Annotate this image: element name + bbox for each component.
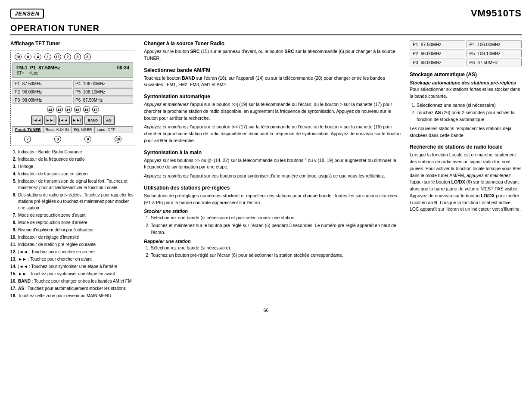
num-circle-12: 12 — [47, 106, 54, 113]
list-item-14: 14.|◄◄ : Touchez pour syntoniser une éta… — [10, 263, 135, 270]
left-column: Affichage TFT Tuner 18 6 4 1 11 2 5 3 FM… — [10, 40, 135, 300]
display-preset-p6[interactable]: P6 87.50MHz — [73, 97, 133, 104]
bottom-number-circles: 7 8 9 10 — [12, 135, 133, 143]
num-circle-3: 3 — [84, 53, 91, 60]
step-rappeler-1: Sélectionnez une bande (si nécessaire). — [151, 245, 401, 252]
para-stockage-note: Les nouvelles stations remplacent les st… — [410, 125, 522, 139]
subheading-stocker-station: Stocker une station — [144, 209, 401, 214]
para-syntonisation-auto-2: Appuyez et maintenez l'appui sur le bout… — [144, 124, 401, 144]
list-item-13: 13.►► : Touchez pour chercher en avant — [10, 256, 135, 262]
right-column: P1 87.50MHz P4 106.00MHz P2 96.00MHz P5 … — [410, 40, 522, 215]
right-preset-p6[interactable]: P6 87.50MHz — [467, 59, 522, 66]
right-preset-p5[interactable]: P5 108.10MHz — [467, 50, 522, 57]
num-circle-13: 13 — [56, 106, 63, 113]
display-preset-grid: P1 87.50MHz P4 106.00MHz P2 96.00MHz P5 … — [12, 80, 133, 104]
list-item-3: 3.Horloge — [10, 163, 135, 170]
para-changer-source: Appuyez sur le bouton SRC (15) sur le pa… — [144, 48, 401, 62]
list-item-12: 12.|◄◄ : Touchez pour chercher en arrièr… — [10, 249, 135, 255]
list-item-16: 16.BAND : Touchez pour changer entres le… — [10, 278, 135, 284]
num-circle-1: 1 — [44, 53, 51, 60]
btn-step-back[interactable]: |◄◄ — [58, 115, 70, 125]
btn-band[interactable]: BAND — [84, 115, 102, 125]
right-preset-p3[interactable]: P3 98.00MHz — [410, 59, 465, 66]
step-stocker-2: Touchez et maintenez sur le bouton pré-r… — [151, 222, 401, 236]
loc-indicator: ○Loc — [29, 71, 38, 75]
page-number: 66 — [10, 308, 522, 313]
num-circle-15: 15 — [74, 106, 81, 113]
list-item-6: 6.Des stations de radio pré-réglées. Tou… — [10, 192, 135, 211]
para-selectionnez-bande: Touchez le bouton BAND sur l'écran (16),… — [144, 75, 401, 89]
num-circle-6: 6 — [25, 53, 31, 60]
nav-front-tuner[interactable]: Front: TUNER — [13, 127, 44, 133]
page-title: OPERATION TUNER — [10, 23, 522, 35]
list-item-1: 1.Indicateur Bande Radio Courante — [10, 149, 135, 155]
list-item-9: 9.Niveau d'égaliseur défini par l'utilis… — [10, 227, 135, 233]
btn-ff-fwd[interactable]: ►►| — [44, 115, 56, 125]
display-preset-p4[interactable]: P4 106.00MHz — [73, 80, 133, 87]
para-recherche-locale: Lorsque la fonction Locale est en marche… — [410, 152, 522, 213]
band-indicator: FM-1 P1 87.50MHz — [16, 65, 60, 70]
step-stockage-1: Sélectionnez une bande (si nécessaire) — [417, 102, 522, 109]
btn-as[interactable]: AS — [103, 115, 115, 125]
heading-recherche-locale: Recherche de stations de radio locale — [410, 144, 522, 150]
list-item-8: 8.Mode de reproduction zone d'arrière — [10, 219, 135, 226]
left-section-title: Affichage TFT Tuner — [10, 40, 135, 47]
middle-column: Changer à la source Tuner Radio Appuyez … — [144, 40, 401, 261]
heading-syntonisation-auto: Syntonisation automatique — [144, 93, 401, 100]
display-preset-p1[interactable]: P1 87.50MHz — [12, 80, 72, 87]
list-item-11: 11.Indicateur de station pré-réglée cour… — [10, 241, 135, 248]
nav-eq-user[interactable]: EQ: USER — [72, 127, 95, 133]
top-number-circles: 18 6 4 1 11 2 5 3 — [12, 53, 133, 61]
list-item-4: 4.Indicateur de transmission en stéréo — [10, 171, 135, 177]
num-circle-2: 2 — [64, 53, 71, 60]
step-stocker-1: Sélectionnez une bande (si nécessaire) e… — [151, 215, 401, 221]
heading-syntonisation-main: Syntonisation à la main — [144, 149, 401, 156]
tuner-screen: FM-1 P1 87.50MHz 00:34 ST○ ○Loc — [12, 62, 133, 78]
page-header: JENSEN VM9510TS — [10, 8, 522, 19]
para-stockage-intro: Pour sélectionner six stations fortes et… — [410, 86, 522, 100]
right-preset-p4[interactable]: P4 106.00MHz — [467, 40, 522, 48]
list-item-17: 17.AS : Touchez pour automatiquement sto… — [10, 285, 135, 292]
numbered-list: 1.Indicateur Bande Radio Courante 2.Indi… — [10, 149, 135, 299]
right-preset-table: P1 87.50MHz P4 106.00MHz P2 96.00MHz P5 … — [410, 40, 522, 66]
num-circle-4: 4 — [34, 53, 41, 60]
btn-rew-back[interactable]: |◄◄ — [31, 115, 43, 125]
num-circle-14: 14 — [65, 106, 72, 113]
para-syntonisation-auto-1: Appuyez et maintenez l'appui sur le bout… — [144, 101, 401, 121]
num-circle-7: 7 — [24, 136, 31, 143]
list-item-10: 10.Indicateur de réglage d'intensité — [10, 234, 135, 240]
right-preset-p2[interactable]: P2 96.00MHz — [410, 50, 465, 57]
tuner-display-outer: 18 6 4 1 11 2 5 3 FM-1 P1 87.50MHz 00:34… — [10, 50, 135, 146]
para-syntonisation-main-1: Appuyez sur les boutons >> ou ||> (14, 2… — [144, 157, 401, 171]
btn-step-fwd[interactable]: ►►| — [71, 115, 83, 125]
model-number: VM9510TS — [471, 8, 522, 19]
nav-loud-off[interactable]: Loud: OFF — [95, 127, 118, 133]
heading-changer-source: Changer à la source Tuner Radio — [144, 40, 401, 47]
num-circle-16: 16 — [83, 106, 90, 113]
num-circle-10: 10 — [115, 136, 121, 143]
step-rappeler-2: Touchez un bouton pré-réglé sur l'écran … — [151, 252, 401, 259]
display-preset-p3[interactable]: P3 98.00MHz — [12, 97, 72, 104]
list-item-18: 18.Touchez cette zone pour revenir au MA… — [10, 293, 135, 299]
screen-line2: ST○ ○Loc — [16, 71, 129, 75]
step-stockage-2: Touchez AS (26) pour 2 secondes pour act… — [417, 109, 522, 123]
para-stations-prereglees: Six boutons de préréglages numérotés sto… — [144, 193, 401, 206]
steps-rappeler-station: Sélectionnez une bande (si nécessaire). … — [144, 245, 401, 259]
subheading-stockage-prereglees: Stockage automatique des stations pré-ré… — [410, 80, 522, 85]
para-syntonisation-main-2: Appuyez et maintenez l'appui sur ces bou… — [144, 173, 401, 180]
screen-line1: FM-1 P1 87.50MHz 00:34 — [16, 65, 129, 70]
right-preset-p1[interactable]: P1 87.50MHz — [410, 40, 465, 48]
steps-stocker-station: Sélectionnez une bande (si nécessaire) e… — [144, 215, 401, 236]
display-preset-p5[interactable]: P5 108.10MHz — [73, 88, 133, 96]
nav-rear-aux-in[interactable]: Rear: AUX IN — [44, 127, 72, 133]
display-preset-p2[interactable]: P2 96.00MHz — [12, 88, 72, 96]
num-circle-17: 17 — [92, 106, 99, 113]
num-circle-11: 11 — [54, 53, 61, 60]
heading-stations-prereglees: Utilisation des stations pré-réglées — [144, 185, 401, 191]
logo: JENSEN — [10, 9, 44, 19]
control-buttons: |◄◄ ►►| |◄◄ ►►| BAND AS — [12, 115, 133, 125]
num-circle-18: 18 — [15, 53, 22, 60]
subheading-rappeler-station: Rappeler une station — [144, 239, 401, 244]
heading-selectionnez-bande: Sélectionnez bande AM/FM — [144, 67, 401, 73]
heading-stockage-auto: Stockage automatique (AS) — [410, 72, 522, 78]
